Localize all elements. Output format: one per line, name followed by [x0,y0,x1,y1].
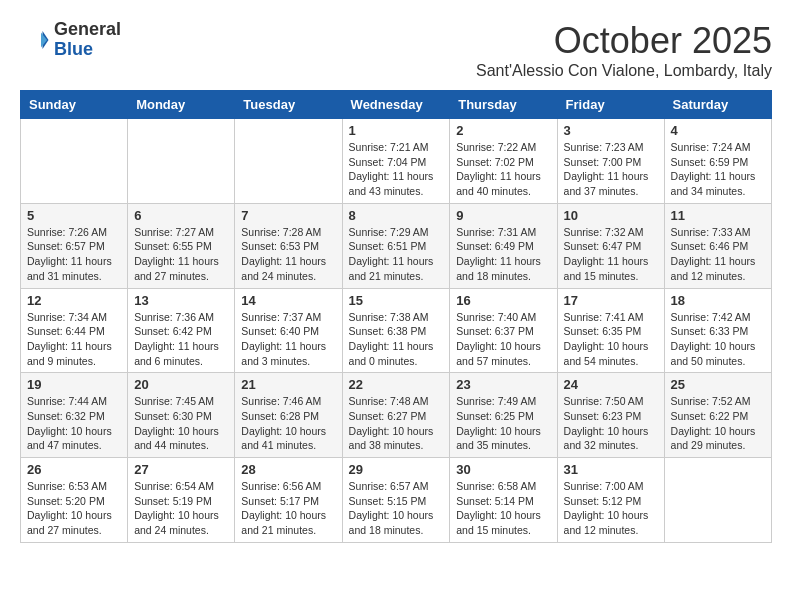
day-number: 2 [456,123,550,138]
day-number: 7 [241,208,335,223]
calendar-cell: 6Sunrise: 7:27 AM Sunset: 6:55 PM Daylig… [128,203,235,288]
day-number: 30 [456,462,550,477]
day-number: 23 [456,377,550,392]
day-info: Sunrise: 7:27 AM Sunset: 6:55 PM Dayligh… [134,225,228,284]
day-info: Sunrise: 6:57 AM Sunset: 5:15 PM Dayligh… [349,479,444,538]
day-number: 27 [134,462,228,477]
day-number: 19 [27,377,121,392]
day-info: Sunrise: 6:53 AM Sunset: 5:20 PM Dayligh… [27,479,121,538]
day-info: Sunrise: 6:58 AM Sunset: 5:14 PM Dayligh… [456,479,550,538]
calendar-cell: 4Sunrise: 7:24 AM Sunset: 6:59 PM Daylig… [664,119,771,204]
calendar-cell: 26Sunrise: 6:53 AM Sunset: 5:20 PM Dayli… [21,458,128,543]
day-number: 1 [349,123,444,138]
day-info: Sunrise: 7:40 AM Sunset: 6:37 PM Dayligh… [456,310,550,369]
calendar-day-header: Friday [557,91,664,119]
day-info: Sunrise: 7:49 AM Sunset: 6:25 PM Dayligh… [456,394,550,453]
calendar-cell: 3Sunrise: 7:23 AM Sunset: 7:00 PM Daylig… [557,119,664,204]
day-info: Sunrise: 7:29 AM Sunset: 6:51 PM Dayligh… [349,225,444,284]
calendar-cell: 5Sunrise: 7:26 AM Sunset: 6:57 PM Daylig… [21,203,128,288]
calendar-day-header: Thursday [450,91,557,119]
day-number: 17 [564,293,658,308]
calendar-cell: 30Sunrise: 6:58 AM Sunset: 5:14 PM Dayli… [450,458,557,543]
logo: General Blue [20,20,121,60]
day-number: 15 [349,293,444,308]
day-number: 11 [671,208,765,223]
day-number: 12 [27,293,121,308]
calendar-cell: 14Sunrise: 7:37 AM Sunset: 6:40 PM Dayli… [235,288,342,373]
day-info: Sunrise: 7:26 AM Sunset: 6:57 PM Dayligh… [27,225,121,284]
calendar-cell: 9Sunrise: 7:31 AM Sunset: 6:49 PM Daylig… [450,203,557,288]
calendar-cell: 20Sunrise: 7:45 AM Sunset: 6:30 PM Dayli… [128,373,235,458]
calendar-cell: 23Sunrise: 7:49 AM Sunset: 6:25 PM Dayli… [450,373,557,458]
calendar-cell: 17Sunrise: 7:41 AM Sunset: 6:35 PM Dayli… [557,288,664,373]
day-info: Sunrise: 7:23 AM Sunset: 7:00 PM Dayligh… [564,140,658,199]
calendar-cell: 1Sunrise: 7:21 AM Sunset: 7:04 PM Daylig… [342,119,450,204]
day-number: 3 [564,123,658,138]
calendar-cell: 7Sunrise: 7:28 AM Sunset: 6:53 PM Daylig… [235,203,342,288]
day-number: 20 [134,377,228,392]
calendar-cell [128,119,235,204]
day-info: Sunrise: 7:33 AM Sunset: 6:46 PM Dayligh… [671,225,765,284]
day-number: 24 [564,377,658,392]
calendar-cell: 18Sunrise: 7:42 AM Sunset: 6:33 PM Dayli… [664,288,771,373]
day-number: 21 [241,377,335,392]
day-number: 10 [564,208,658,223]
calendar-table: SundayMondayTuesdayWednesdayThursdayFrid… [20,90,772,543]
calendar-cell: 10Sunrise: 7:32 AM Sunset: 6:47 PM Dayli… [557,203,664,288]
day-number: 5 [27,208,121,223]
day-number: 22 [349,377,444,392]
calendar-week-row: 26Sunrise: 6:53 AM Sunset: 5:20 PM Dayli… [21,458,772,543]
calendar-week-row: 5Sunrise: 7:26 AM Sunset: 6:57 PM Daylig… [21,203,772,288]
calendar-cell: 27Sunrise: 6:54 AM Sunset: 5:19 PM Dayli… [128,458,235,543]
page-header: General Blue October 2025 Sant'Alessio C… [20,20,772,80]
day-number: 4 [671,123,765,138]
logo-general: General [54,20,121,40]
day-info: Sunrise: 7:00 AM Sunset: 5:12 PM Dayligh… [564,479,658,538]
day-number: 25 [671,377,765,392]
location: Sant'Alessio Con Vialone, Lombardy, Ital… [476,62,772,80]
calendar-day-header: Saturday [664,91,771,119]
day-info: Sunrise: 7:45 AM Sunset: 6:30 PM Dayligh… [134,394,228,453]
calendar-cell: 22Sunrise: 7:48 AM Sunset: 6:27 PM Dayli… [342,373,450,458]
calendar-cell: 21Sunrise: 7:46 AM Sunset: 6:28 PM Dayli… [235,373,342,458]
calendar-day-header: Wednesday [342,91,450,119]
day-number: 9 [456,208,550,223]
calendar-week-row: 12Sunrise: 7:34 AM Sunset: 6:44 PM Dayli… [21,288,772,373]
day-info: Sunrise: 7:46 AM Sunset: 6:28 PM Dayligh… [241,394,335,453]
calendar-cell [664,458,771,543]
day-info: Sunrise: 7:44 AM Sunset: 6:32 PM Dayligh… [27,394,121,453]
day-info: Sunrise: 7:41 AM Sunset: 6:35 PM Dayligh… [564,310,658,369]
day-info: Sunrise: 7:37 AM Sunset: 6:40 PM Dayligh… [241,310,335,369]
day-info: Sunrise: 7:31 AM Sunset: 6:49 PM Dayligh… [456,225,550,284]
calendar-cell: 16Sunrise: 7:40 AM Sunset: 6:37 PM Dayli… [450,288,557,373]
logo-blue: Blue [54,40,121,60]
day-info: Sunrise: 7:34 AM Sunset: 6:44 PM Dayligh… [27,310,121,369]
calendar-week-row: 1Sunrise: 7:21 AM Sunset: 7:04 PM Daylig… [21,119,772,204]
calendar-cell: 31Sunrise: 7:00 AM Sunset: 5:12 PM Dayli… [557,458,664,543]
day-number: 26 [27,462,121,477]
day-number: 13 [134,293,228,308]
day-number: 29 [349,462,444,477]
calendar-cell: 29Sunrise: 6:57 AM Sunset: 5:15 PM Dayli… [342,458,450,543]
day-info: Sunrise: 7:36 AM Sunset: 6:42 PM Dayligh… [134,310,228,369]
day-info: Sunrise: 7:28 AM Sunset: 6:53 PM Dayligh… [241,225,335,284]
title-area: October 2025 Sant'Alessio Con Vialone, L… [476,20,772,80]
day-number: 31 [564,462,658,477]
calendar-cell: 12Sunrise: 7:34 AM Sunset: 6:44 PM Dayli… [21,288,128,373]
day-info: Sunrise: 7:48 AM Sunset: 6:27 PM Dayligh… [349,394,444,453]
day-info: Sunrise: 7:22 AM Sunset: 7:02 PM Dayligh… [456,140,550,199]
day-info: Sunrise: 7:50 AM Sunset: 6:23 PM Dayligh… [564,394,658,453]
day-info: Sunrise: 7:38 AM Sunset: 6:38 PM Dayligh… [349,310,444,369]
day-info: Sunrise: 7:42 AM Sunset: 6:33 PM Dayligh… [671,310,765,369]
calendar-day-header: Tuesday [235,91,342,119]
day-number: 6 [134,208,228,223]
calendar-cell [21,119,128,204]
day-info: Sunrise: 6:54 AM Sunset: 5:19 PM Dayligh… [134,479,228,538]
calendar-day-header: Sunday [21,91,128,119]
calendar-cell: 13Sunrise: 7:36 AM Sunset: 6:42 PM Dayli… [128,288,235,373]
day-number: 16 [456,293,550,308]
day-info: Sunrise: 7:21 AM Sunset: 7:04 PM Dayligh… [349,140,444,199]
month-title: October 2025 [476,20,772,62]
calendar-cell: 2Sunrise: 7:22 AM Sunset: 7:02 PM Daylig… [450,119,557,204]
calendar-cell [235,119,342,204]
